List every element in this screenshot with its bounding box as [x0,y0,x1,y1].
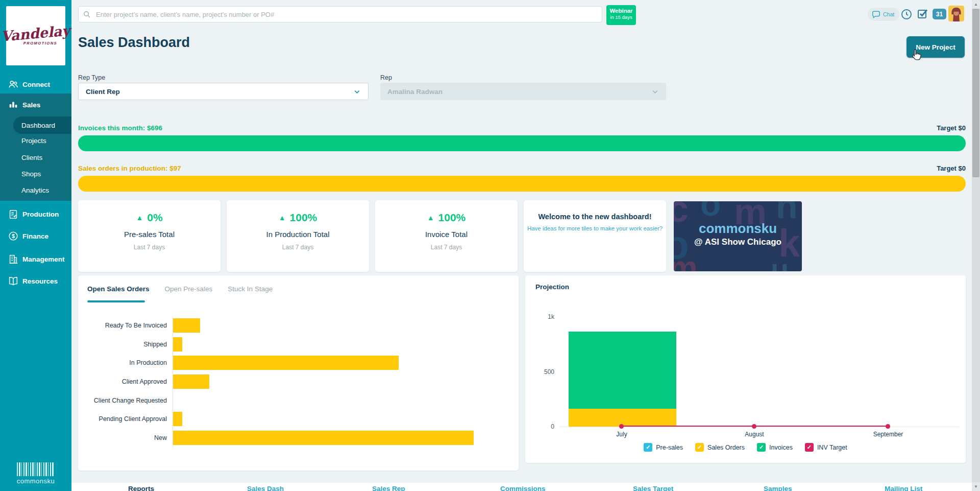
sidebar-item-projects[interactable]: Projects [21,137,46,146]
hbar-bar[interactable] [173,431,474,445]
sidebar-subitem-label: Projects [21,137,46,145]
footer-link-sales-rep[interactable]: Sales Rep [372,485,405,491]
scrollbar-thumb[interactable] [972,9,979,177]
footer-link-mailing-list[interactable]: Mailing List [885,485,922,491]
company-logo[interactable]: Vandelay PROMOTIONS [6,6,65,65]
banner-text: commonsku @ ASI Show Chicago [674,221,802,248]
clipboard-check-icon [8,208,19,220]
invoice-total-card: ▲ 100% Invoice Total Last 7 days [375,200,518,272]
sidebar-item-resources[interactable]: Resources [0,273,71,289]
tab-open-sales-orders[interactable]: Open Sales Orders [87,285,150,293]
compose-icon[interactable] [917,8,929,20]
hbar-category-label: Shipped [83,341,173,348]
chat-button[interactable]: Chat [868,8,899,21]
checkbox-checked-icon[interactable]: ✓ [644,443,652,452]
sidebar-item-shops[interactable]: Shops [21,170,41,179]
company-logo-brand: Vandelay [1,24,71,43]
hbar-track [173,391,513,410]
sidebar-subitem-label: Analytics [21,186,49,194]
y-tick-500: 500 [525,368,554,376]
sidebar-item-analytics[interactable]: Analytics [21,186,49,196]
webinar-countdown: in 15 days [606,14,636,20]
rep-select[interactable]: Amalina Radwan [380,83,666,100]
sidebar-item-label: Resources [22,277,58,285]
bar-chart-icon [8,99,19,110]
sidebar-item-connect[interactable]: Connect [0,77,71,92]
chat-bubble-icon [871,10,881,19]
inv-target-point[interactable] [886,424,890,429]
footer-link-sales-dash[interactable]: Sales Dash [247,485,284,491]
inv-target-point[interactable] [752,424,756,429]
commonsku-logo[interactable]: commonsku [0,462,71,485]
hbar-bar[interactable] [173,318,200,333]
commonsku-logo-text: commonsku [17,477,55,485]
clock-icon[interactable] [900,8,913,20]
notification-badge[interactable]: 31 [933,9,946,19]
tab-stuck-in-stage[interactable]: Stuck In Stage [228,285,273,293]
footer-link-samples[interactable]: Samples [764,485,792,491]
scroll-down-button[interactable]: ▼ [972,482,980,491]
sidebar-item-clients[interactable]: Clients [21,154,42,163]
sidebar-item-dashboard[interactable]: Dashboard [13,116,71,134]
rep-type-value: Client Rep [86,88,120,96]
inv-target-point[interactable] [619,424,624,429]
projection-title: Projection [535,283,569,291]
footer-link-commissions[interactable]: Commissions [500,485,546,491]
hbar-row: Ready To Be Invoiced [83,316,513,335]
hbar-row: Client Approved [83,372,513,391]
new-project-button[interactable]: New Project [906,36,965,58]
legend-item-sales-orders[interactable]: ✓ Sales Orders [695,443,745,452]
people-icon [8,79,19,90]
sidebar-item-finance[interactable]: $ Finance [0,228,71,244]
sidebar-item-sales[interactable]: Sales [0,97,71,112]
footer-link-sales-target[interactable]: Sales Target [633,485,673,491]
legend-label: Pre-sales [656,444,683,451]
vertical-scrollbar[interactable]: ▲ ▼ [972,0,980,491]
sidebar-item-management[interactable]: Management [0,251,71,267]
hbar-category-label: Ready To Be Invoiced [83,322,173,329]
legend-item-invoices[interactable]: ✓ Invoices [757,443,793,452]
welcome-title: Welcome to the new dashboard! [524,213,666,221]
stat-title: Pre-sales Total [78,230,220,239]
y-tick-1k: 1k [525,313,554,320]
chat-label: Chat [883,11,894,17]
projection-july-bar[interactable] [569,332,676,427]
projection-bar-invoices[interactable] [569,332,676,409]
checkbox-checked-icon[interactable]: ✓ [757,443,766,452]
legend-item-pre-sales[interactable]: ✓ Pre-sales [644,443,683,452]
tab-open-pre-sales[interactable]: Open Pre-sales [165,285,213,293]
invoices-progress-bar[interactable] [78,135,966,151]
webinar-badge[interactable]: Webinar in 15 days [606,5,636,25]
legend-item-inv-target[interactable]: ✓ INV Target [805,443,847,452]
sidebar-item-production[interactable]: Production [0,206,71,222]
hbar-bar[interactable] [173,356,399,370]
legend-label: Invoices [769,444,793,451]
hbar-row: Pending Client Approval [83,410,513,429]
hbar-bar[interactable] [173,375,209,389]
hbar-bar[interactable] [173,412,182,426]
user-avatar[interactable] [948,6,964,21]
active-tab-indicator [87,300,145,302]
commonsku-asi-banner[interactable]: c o m n o k m u commonsku @ ASI Show Chi… [674,201,802,271]
stat-title: In Production Total [227,230,369,239]
stat-percent: 0% [147,212,162,224]
trend-up-icon: ▲ [279,214,286,222]
hbar-row: New [83,429,513,448]
sidebar-item-label: Connect [22,81,50,88]
welcome-card: Welcome to the new dashboard! Have ideas… [524,200,666,272]
hbar-bar[interactable] [173,337,182,352]
projection-card: Projection 1k 500 0 July August Septembe… [525,275,966,463]
sidebar-item-label: Sales [22,101,40,109]
rep-type-select[interactable]: Client Rep [78,83,369,100]
hbar-category-label: Pending Client Approval [83,415,173,423]
hbar-row: Client Change Requested [83,391,513,410]
banner-pattern-letter: m [674,251,698,271]
checkbox-checked-icon[interactable]: ✓ [805,443,814,452]
scroll-up-button[interactable]: ▲ [972,0,980,9]
sales-orders-progress-bar[interactable] [78,176,966,192]
sales-orders-progress-label: Sales orders in production: $97 [78,165,181,172]
legend-label: Sales Orders [707,444,745,451]
checkbox-checked-icon[interactable]: ✓ [695,443,704,452]
welcome-feedback-link[interactable]: Have ideas for more tiles to make your w… [524,225,666,231]
search-input[interactable] [78,6,602,22]
